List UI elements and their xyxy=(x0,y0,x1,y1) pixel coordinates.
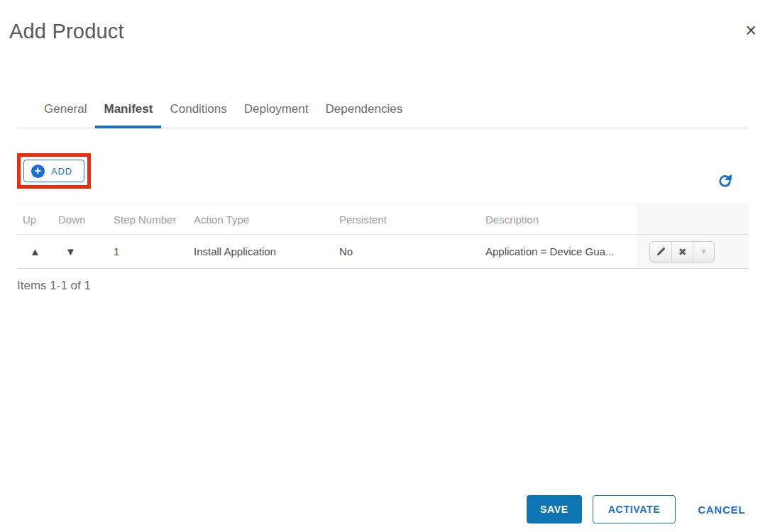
cell-description: Application = Device Gua... xyxy=(480,235,637,269)
tab-dependencies[interactable]: Dependencies xyxy=(317,98,412,128)
pagination-summary: Items 1-1 of 1 xyxy=(17,279,91,293)
add-button-label: ADD xyxy=(51,166,72,177)
tab-deployment[interactable]: Deployment xyxy=(236,98,317,128)
tab-general[interactable]: General xyxy=(35,98,95,128)
cell-action-type: Install Application xyxy=(188,235,334,269)
cell-row-actions: ✖ ▼ xyxy=(637,235,749,269)
column-header-actions xyxy=(637,204,749,235)
close-icon[interactable]: × xyxy=(745,21,757,40)
refresh-icon[interactable] xyxy=(718,174,732,187)
column-header-description: Description xyxy=(480,204,637,235)
dialog-footer: SAVE ACTIVATE CANCEL xyxy=(527,495,745,523)
tab-manifest[interactable]: Manifest xyxy=(95,98,161,128)
page-title: Add Product xyxy=(9,20,124,43)
cell-persistent: No xyxy=(334,235,480,269)
cancel-button[interactable]: CANCEL xyxy=(698,504,745,516)
delete-x-icon[interactable]: ✖ xyxy=(671,242,693,262)
column-header-persistent: Persistent xyxy=(334,204,480,235)
column-header-down: Down xyxy=(53,204,108,235)
table-header-row: Up Down Step Number Action Type Persiste… xyxy=(17,204,749,235)
row-action-group: ✖ ▼ xyxy=(649,241,715,262)
move-up-icon[interactable]: ▲ xyxy=(17,235,53,269)
column-header-up: Up xyxy=(17,204,53,235)
manifest-steps-table: Up Down Step Number Action Type Persiste… xyxy=(17,204,749,269)
tab-conditions[interactable]: Conditions xyxy=(161,98,235,128)
more-actions-icon[interactable]: ▼ xyxy=(693,242,714,262)
cell-step-number: 1 xyxy=(108,235,188,269)
add-product-dialog: Add Product × General Manifest Condition… xyxy=(0,0,775,532)
table-row: ▲ ▼ 1 Install Application No Application… xyxy=(17,235,749,269)
annotation-highlight-box: + ADD xyxy=(17,153,91,189)
save-button[interactable]: SAVE xyxy=(527,495,582,523)
move-down-icon[interactable]: ▼ xyxy=(53,235,108,269)
tab-bar: General Manifest Conditions Deployment D… xyxy=(17,98,749,128)
column-header-action-type: Action Type xyxy=(188,204,334,235)
edit-pencil-icon[interactable] xyxy=(650,242,671,262)
activate-button[interactable]: ACTIVATE xyxy=(593,495,676,523)
manifest-toolbar: + ADD xyxy=(17,153,749,189)
add-button[interactable]: + ADD xyxy=(23,160,84,182)
plus-circle-icon: + xyxy=(31,165,45,178)
column-header-step-number: Step Number xyxy=(108,204,188,235)
